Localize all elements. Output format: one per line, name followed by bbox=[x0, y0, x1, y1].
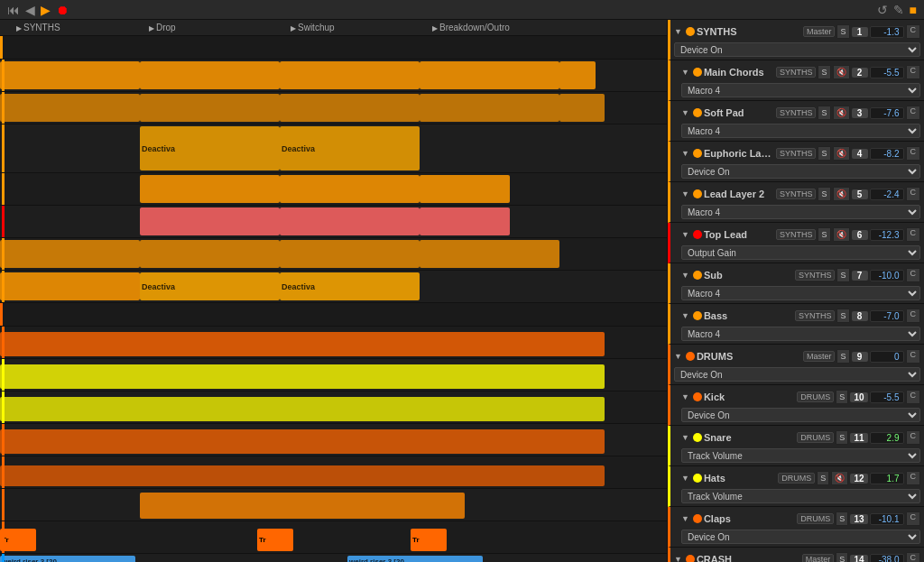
euphoric-mute[interactable]: 🔇 bbox=[833, 146, 850, 161]
fold-synths[interactable]: ▼ bbox=[674, 27, 682, 36]
kick-s-btn[interactable]: S bbox=[836, 390, 848, 404]
clip-toplead-3[interactable] bbox=[420, 207, 510, 235]
clip-tom-1[interactable]: Tr bbox=[0, 529, 36, 551]
clip-sub-1[interactable] bbox=[0, 240, 140, 268]
drums-c-btn[interactable]: C bbox=[906, 349, 921, 364]
soft-pad-device-select[interactable]: Macro 4 bbox=[681, 124, 920, 138]
fold-snare[interactable]: ▼ bbox=[681, 433, 689, 442]
clip-soft-pad-5[interactable] bbox=[559, 94, 605, 122]
clip-soft-pad-1[interactable] bbox=[0, 94, 140, 122]
hats-device-select[interactable]: Track Volume bbox=[681, 489, 920, 503]
clip-lead2-1[interactable] bbox=[140, 175, 280, 203]
hats-c-btn[interactable]: C bbox=[906, 471, 921, 485]
lead-layer2-c-btn[interactable]: C bbox=[906, 187, 921, 201]
clip-soft-pad-2[interactable] bbox=[140, 94, 280, 122]
clip-hats-1[interactable] bbox=[0, 397, 605, 421]
back-icon[interactable]: ⏮ bbox=[7, 3, 20, 17]
draw-icon[interactable]: ✎ bbox=[893, 3, 904, 17]
fold-lead-layer2[interactable]: ▼ bbox=[681, 189, 689, 198]
fold-bass[interactable]: ▼ bbox=[681, 311, 689, 320]
clip-claps-1[interactable] bbox=[0, 429, 605, 454]
clip-main-chords-2[interactable] bbox=[140, 61, 280, 89]
lead-layer2-mute[interactable]: 🔇 bbox=[833, 187, 850, 201]
loop-icon[interactable]: ↺ bbox=[877, 3, 888, 17]
clip-euphoric-2[interactable]: Deactiva bbox=[280, 126, 420, 170]
fold-soft-pad[interactable]: ▼ bbox=[681, 108, 689, 117]
snare-s-btn[interactable]: S bbox=[836, 430, 848, 445]
bass-device-select[interactable]: Macro 4 bbox=[681, 327, 920, 341]
main-chords-c-btn[interactable]: C bbox=[906, 65, 921, 79]
hats-s-btn[interactable]: S bbox=[817, 471, 829, 485]
main-chords-s-btn[interactable]: S bbox=[818, 65, 830, 79]
fold-euphoric[interactable]: ▼ bbox=[681, 149, 689, 158]
fold-hats[interactable]: ▼ bbox=[681, 474, 689, 483]
synths-c-btn[interactable]: C bbox=[906, 24, 921, 39]
fold-kick[interactable]: ▼ bbox=[681, 392, 689, 401]
clip-riser1-2[interactable]: weird riser 3 [20... bbox=[347, 556, 483, 562]
euphoric-c-btn[interactable]: C bbox=[906, 146, 921, 161]
euphoric-device-select[interactable]: Device On bbox=[681, 164, 920, 179]
drums-device-select[interactable]: Device On bbox=[674, 367, 920, 382]
clip-kick-1[interactable] bbox=[0, 332, 605, 356]
clip-toplead-2[interactable] bbox=[280, 207, 420, 235]
clip-soft-pad-4[interactable] bbox=[420, 94, 559, 122]
clip-toplead-1[interactable] bbox=[140, 207, 280, 235]
soft-pad-s-btn[interactable]: S bbox=[818, 106, 830, 120]
bass-c-btn[interactable]: C bbox=[906, 309, 921, 323]
clip-tom-3[interactable]: Tr bbox=[411, 529, 447, 551]
clip-sub-2[interactable] bbox=[140, 240, 280, 268]
clip-main-chords-1[interactable] bbox=[0, 61, 140, 89]
clip-crash-1[interactable] bbox=[0, 465, 605, 486]
claps-s-btn[interactable]: S bbox=[836, 511, 848, 526]
top-lead-device-select[interactable]: Output Gain bbox=[681, 245, 920, 260]
play-icon[interactable]: ▶ bbox=[41, 3, 51, 17]
clip-sub-4[interactable] bbox=[420, 240, 559, 268]
sub-device-select[interactable]: Macro 4 bbox=[681, 286, 920, 300]
kick-device-select[interactable]: Device On bbox=[681, 408, 920, 422]
clip-euphoric-1[interactable]: Deactiva bbox=[140, 126, 280, 170]
crash-c-btn[interactable]: C bbox=[906, 552, 921, 562]
settings-icon[interactable]: ■ bbox=[910, 3, 917, 17]
top-lead-c-btn[interactable]: C bbox=[906, 227, 921, 242]
synths-s-btn[interactable]: S bbox=[836, 24, 849, 39]
clip-main-chords-4[interactable] bbox=[420, 61, 559, 89]
top-lead-s-btn[interactable]: S bbox=[818, 227, 830, 242]
claps-c-btn[interactable]: C bbox=[906, 511, 921, 526]
soft-pad-c-btn[interactable]: C bbox=[906, 106, 921, 120]
clip-sub-3[interactable] bbox=[280, 240, 420, 268]
top-lead-mute[interactable]: 🔇 bbox=[833, 227, 850, 242]
clip-tom-2[interactable]: Tr bbox=[257, 529, 293, 551]
snare-c-btn[interactable]: C bbox=[906, 430, 921, 445]
main-chords-mute[interactable]: 🔇 bbox=[833, 65, 850, 79]
sub-c-btn[interactable]: C bbox=[906, 268, 921, 282]
bass-s-btn[interactable]: S bbox=[836, 309, 849, 323]
synths-device-select[interactable]: Device On bbox=[674, 42, 920, 57]
clip-main-chords-3[interactable] bbox=[280, 61, 420, 89]
euphoric-s-btn[interactable]: S bbox=[818, 146, 830, 161]
drums-s-btn[interactable]: S bbox=[836, 349, 849, 364]
fold-claps[interactable]: ▼ bbox=[681, 514, 689, 523]
clip-bass-2[interactable]: Deactiva bbox=[140, 272, 280, 300]
lead-layer2-s-btn[interactable]: S bbox=[818, 187, 830, 201]
main-chords-device-select[interactable]: Macro 4 bbox=[681, 83, 920, 97]
clip-snare-1[interactable] bbox=[0, 364, 605, 389]
clip-soft-pad-3[interactable] bbox=[280, 94, 420, 122]
fold-main-chords[interactable]: ▼ bbox=[681, 68, 689, 77]
hats-mute[interactable]: 🔇 bbox=[831, 471, 848, 485]
clip-bass-3[interactable]: Deactiva bbox=[280, 272, 420, 300]
sub-s-btn[interactable]: S bbox=[836, 268, 849, 282]
clip-lead2-2[interactable] bbox=[280, 175, 420, 203]
lead-layer2-device-select[interactable]: Macro 4 bbox=[681, 205, 920, 219]
clip-bass-1[interactable] bbox=[0, 272, 140, 300]
fold-sub[interactable]: ▼ bbox=[681, 271, 689, 280]
fold-crash[interactable]: ▼ bbox=[674, 555, 682, 562]
claps-device-select[interactable]: Device On bbox=[681, 530, 920, 544]
clip-crash2-1[interactable] bbox=[140, 493, 465, 519]
kick-c-btn[interactable]: C bbox=[906, 390, 921, 404]
clip-lead2-3[interactable] bbox=[420, 175, 510, 203]
fold-drums[interactable]: ▼ bbox=[674, 352, 682, 361]
clip-main-chords-5[interactable] bbox=[559, 61, 596, 89]
crash-s-btn[interactable]: S bbox=[836, 552, 848, 562]
clip-riser1-1[interactable]: weird riser 3 [20... bbox=[0, 556, 135, 562]
snare-device-select[interactable]: Track Volume bbox=[681, 448, 920, 463]
